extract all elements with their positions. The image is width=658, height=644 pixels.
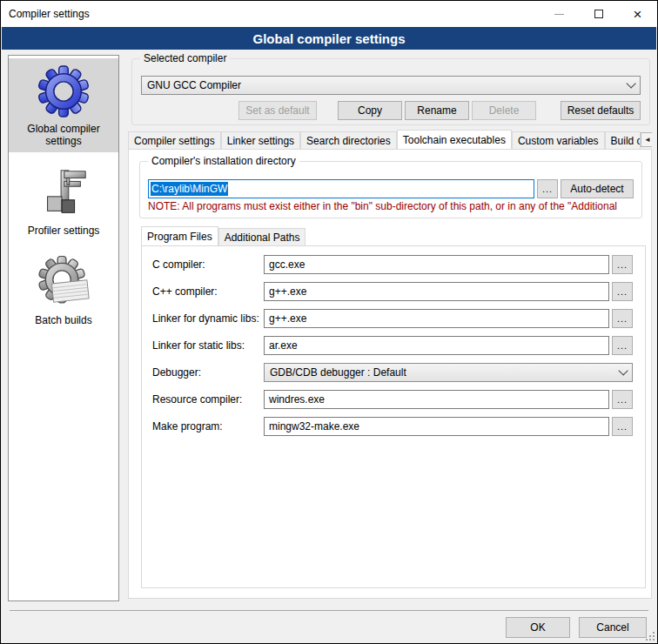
compiler-settings-window: Compiler settings × Global compiler sett… [0, 0, 658, 644]
sidebar-item-label: Batch builds [10, 314, 117, 326]
linker-dynamic-browse-button[interactable]: ... [612, 309, 633, 328]
chevron-down-icon [626, 78, 635, 88]
installation-directory-groupbox: Compiler's installation directory C:\ray… [139, 161, 642, 218]
settings-category-list: Global compiler settings Profiler set [8, 55, 119, 601]
maximize-icon [594, 10, 603, 18]
tab-toolchain-executables[interactable]: Toolchain executables [397, 130, 512, 149]
minimize-button[interactable] [540, 1, 579, 27]
close-button[interactable]: × [618, 1, 657, 27]
linker-static-browse-button[interactable]: ... [612, 336, 633, 355]
title-bar: Compiler settings × [1, 1, 657, 27]
set-as-default-button[interactable]: Set as default [238, 101, 317, 120]
sidebar-item-global-compiler-settings[interactable]: Global compiler settings [9, 58, 118, 152]
ok-button[interactable]: OK [506, 617, 570, 638]
linker-static-row: Linker for static libs: ar.exe ... [152, 336, 633, 355]
toolchain-executables-page: Compiler's installation directory C:\ray… [128, 149, 652, 599]
gear-blue-icon [37, 64, 91, 118]
installation-directory-browse-button[interactable]: ... [537, 179, 558, 198]
linker-static-input[interactable]: ar.exe [264, 336, 609, 355]
tab-linker-settings[interactable]: Linker settings [221, 131, 300, 149]
tab-compiler-settings[interactable]: Compiler settings [128, 131, 221, 149]
c-compiler-label: C compiler: [152, 258, 264, 271]
program-files-page: C compiler: gcc.exe ... C++ compiler: g+… [141, 245, 646, 588]
reset-defaults-button[interactable]: Reset defaults [561, 101, 641, 120]
make-program-label: Make program: [152, 420, 264, 433]
minimize-icon [554, 14, 564, 15]
rename-button[interactable]: Rename [405, 101, 469, 120]
banner-title: Global compiler settings [252, 31, 405, 46]
delete-button[interactable]: Delete [472, 101, 536, 120]
sidebar-item-profiler-settings[interactable]: Profiler settings [9, 160, 118, 242]
subtab-additional-paths[interactable]: Additional Paths [218, 228, 306, 245]
dialog-banner: Global compiler settings [2, 27, 656, 50]
tab-scroll-left-icon[interactable]: ◄ [641, 132, 652, 147]
dialog-footer: OK Cancel [506, 617, 647, 638]
installation-directory-value: C:\raylib\MinGW [151, 182, 228, 196]
c-compiler-browse-button[interactable]: ... [612, 255, 633, 274]
copy-button[interactable]: Copy [338, 101, 402, 120]
auto-detect-button[interactable]: Auto-detect [561, 179, 634, 198]
resource-compiler-row: Resource compiler: windres.exe ... [152, 390, 633, 409]
installation-directory-input[interactable]: C:\raylib\MinGW [148, 179, 534, 198]
make-program-row: Make program: mingw32-make.exe ... [152, 417, 633, 436]
cpp-compiler-input[interactable]: g++.exe [264, 282, 609, 301]
cpp-compiler-label: C++ compiler: [152, 285, 264, 298]
debugger-label: Debugger: [152, 366, 264, 379]
bin-subdirectory-note: NOTE: All programs must exist either in … [148, 200, 638, 212]
resource-compiler-input[interactable]: windres.exe [264, 390, 609, 409]
linker-dynamic-input[interactable]: g++.exe [264, 309, 609, 328]
window-controls: × [540, 1, 657, 27]
linker-dynamic-label: Linker for dynamic libs: [152, 312, 264, 325]
gear-stack-icon [37, 256, 91, 310]
debugger-select-value: GDB/CDB debugger : Default [270, 366, 618, 379]
tab-search-directories[interactable]: Search directories [300, 131, 397, 149]
sidebar-item-label: Profiler settings [10, 225, 117, 237]
make-program-input[interactable]: mingw32-make.exe [264, 417, 609, 436]
make-program-browse-button[interactable]: ... [612, 417, 633, 436]
cpp-compiler-browse-button[interactable]: ... [612, 282, 633, 301]
sidebar-item-label: Global compiler settings [10, 123, 117, 147]
debugger-row: Debugger: GDB/CDB debugger : Default [152, 363, 633, 382]
tab-build-options[interactable]: Build options [605, 131, 641, 149]
compiler-button-row: Set as default Copy Rename Delete Reset … [141, 101, 641, 120]
cancel-button[interactable]: Cancel [579, 617, 647, 638]
resource-compiler-browse-button[interactable]: ... [612, 390, 633, 409]
resize-grip[interactable] [645, 631, 655, 641]
window-title: Compiler settings [1, 8, 90, 20]
footer-separator [10, 610, 648, 611]
sidebar-item-batch-builds[interactable]: Batch builds [9, 250, 118, 332]
compiler-select-value: GNU GCC Compiler [147, 79, 626, 91]
linker-dynamic-row: Linker for dynamic libs: g++.exe ... [152, 309, 633, 328]
selected-compiler-legend: Selected compiler [140, 52, 230, 64]
tab-scroll-controls: ◄ ► [641, 132, 652, 149]
selected-compiler-groupbox: Selected compiler GNU GCC Compiler Set a… [131, 58, 650, 125]
compiler-select[interactable]: GNU GCC Compiler [141, 76, 641, 95]
linker-static-label: Linker for static libs: [152, 339, 264, 352]
resource-compiler-label: Resource compiler: [152, 393, 264, 406]
c-compiler-row: C compiler: gcc.exe ... [152, 255, 633, 274]
settings-tabstrip: Compiler settings Linker settings Search… [128, 130, 652, 149]
c-compiler-input[interactable]: gcc.exe [264, 255, 609, 274]
chevron-down-icon [618, 366, 628, 375]
close-icon: × [634, 7, 642, 22]
tab-custom-variables[interactable]: Custom variables [512, 131, 605, 149]
cpp-compiler-row: C++ compiler: g++.exe ... [152, 282, 633, 301]
caliper-icon [37, 166, 91, 220]
installation-directory-row: C:\raylib\MinGW ... Auto-detect [148, 179, 634, 198]
maximize-button[interactable] [579, 1, 618, 27]
toolchain-subtabs: Program Files Additional Paths [141, 226, 306, 245]
debugger-select[interactable]: GDB/CDB debugger : Default [264, 363, 633, 382]
installation-directory-legend: Compiler's installation directory [148, 155, 299, 167]
subtab-program-files[interactable]: Program Files [141, 226, 218, 245]
